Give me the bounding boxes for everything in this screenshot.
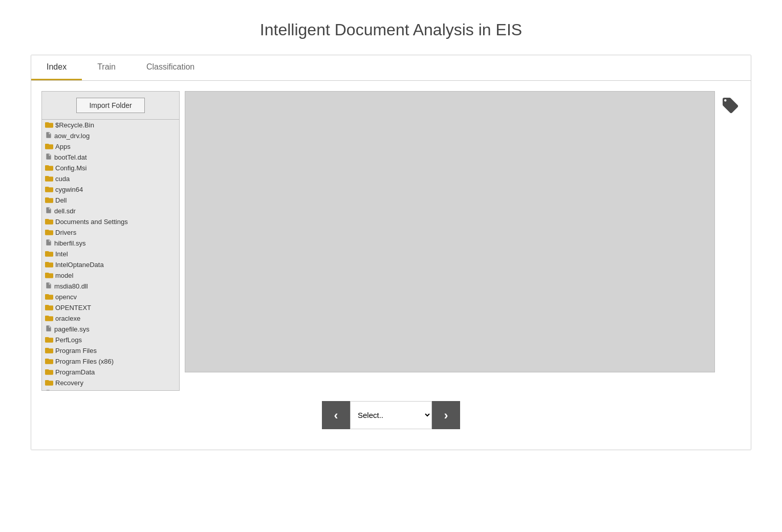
list-item[interactable]: Config.Msi <box>42 163 179 173</box>
main-container: Index Train Classification Import Folder… <box>31 55 751 450</box>
folder-icon <box>45 260 53 269</box>
list-item[interactable]: Documents and Settings <box>42 216 179 227</box>
list-item[interactable]: cygwin64 <box>42 184 179 195</box>
list-item[interactable]: Apps <box>42 141 179 152</box>
tab-bar: Index Train Classification <box>31 55 751 81</box>
file-icon <box>45 282 52 291</box>
tab-content-index: Import Folder $Recycle.Bin aow_drv.log A… <box>31 81 751 450</box>
folder-icon <box>45 196 53 205</box>
list-item[interactable]: Intel <box>42 249 179 259</box>
list-item[interactable]: ProgramData <box>42 367 179 378</box>
tab-classification[interactable]: Classification <box>131 55 210 80</box>
folder-icon <box>45 293 53 301</box>
file-name: Drivers <box>55 229 76 236</box>
tab-index[interactable]: Index <box>31 55 82 80</box>
tag-icon[interactable] <box>721 96 740 119</box>
folder-icon <box>45 314 53 323</box>
content-area: Import Folder $Recycle.Bin aow_drv.log A… <box>41 91 741 391</box>
file-name: Apps <box>55 143 71 150</box>
file-name: Dell <box>55 196 67 204</box>
file-name: opencv <box>55 293 77 301</box>
file-name: ProgramData <box>55 368 95 376</box>
folder-icon <box>45 336 53 344</box>
folder-icon <box>45 379 53 387</box>
folder-icon <box>45 303 53 312</box>
page-title: Intelligent Document Analysis in EIS <box>0 0 782 55</box>
file-icon <box>45 131 52 140</box>
list-item[interactable]: opencv <box>42 292 179 302</box>
folder-icon <box>45 357 53 366</box>
list-item[interactable]: Dell <box>42 195 179 206</box>
folder-icon <box>45 185 53 194</box>
list-item[interactable]: Drivers <box>42 227 179 238</box>
file-name: Program Files <box>55 347 97 354</box>
list-item[interactable]: IntelOptaneData <box>42 259 179 270</box>
file-name: swapfile.sys <box>54 390 90 390</box>
folder-icon <box>45 271 53 280</box>
folder-icon <box>45 368 53 376</box>
next-button[interactable]: › <box>432 401 460 429</box>
file-name: Program Files (x86) <box>55 358 114 365</box>
folder-icon <box>45 164 53 172</box>
navigation-bar: ‹ Select..Option 1Option 2 › <box>41 401 741 439</box>
list-item[interactable]: Recovery <box>42 378 179 388</box>
file-name: Config.Msi <box>55 164 86 172</box>
list-item[interactable]: msdia80.dll <box>42 281 179 292</box>
file-name: cygwin64 <box>55 186 83 193</box>
file-name: hiberfil.sys <box>54 239 85 247</box>
list-item[interactable]: OPENTEXT <box>42 302 179 313</box>
tag-panel <box>720 91 741 119</box>
list-item[interactable]: oraclexe <box>42 313 179 324</box>
list-item[interactable]: Program Files <box>42 345 179 356</box>
file-name: cuda <box>55 175 70 183</box>
file-name: bootTel.dat <box>54 153 87 161</box>
file-icon <box>45 389 52 390</box>
folder-icon <box>45 121 53 129</box>
list-item[interactable]: aow_drv.log <box>42 130 179 141</box>
file-name: Recovery <box>55 379 83 387</box>
list-item[interactable]: cuda <box>42 173 179 184</box>
file-name: oraclexe <box>55 315 80 322</box>
prev-button[interactable]: ‹ <box>322 401 350 429</box>
folder-icon <box>45 346 53 355</box>
folder-icon <box>45 142 53 151</box>
list-item[interactable]: hiberfil.sys <box>42 238 179 249</box>
list-item[interactable]: $Recycle.Bin <box>42 120 179 130</box>
folder-icon <box>45 228 53 237</box>
file-name: OPENTEXT <box>55 304 91 312</box>
prev-icon: ‹ <box>334 408 338 423</box>
list-item[interactable]: PerfLogs <box>42 335 179 345</box>
file-list-wrapper[interactable]: $Recycle.Bin aow_drv.log Apps bootTel.da… <box>42 119 179 390</box>
preview-panel <box>185 91 715 372</box>
list-item[interactable]: Program Files (x86) <box>42 356 179 367</box>
file-name: model <box>55 272 73 279</box>
file-icon <box>45 207 52 215</box>
tab-train[interactable]: Train <box>82 55 131 80</box>
file-name: msdia80.dll <box>54 282 88 290</box>
import-folder-button[interactable]: Import Folder <box>76 98 144 113</box>
file-name: pagefile.sys <box>54 325 90 333</box>
file-list: $Recycle.Bin aow_drv.log Apps bootTel.da… <box>42 120 179 390</box>
file-panel: Import Folder $Recycle.Bin aow_drv.log A… <box>41 91 180 391</box>
file-icon <box>45 239 52 248</box>
list-item[interactable]: model <box>42 270 179 281</box>
list-item[interactable]: bootTel.dat <box>42 152 179 163</box>
file-name: aow_drv.log <box>54 132 90 140</box>
file-name: Documents and Settings <box>55 218 128 226</box>
file-name: IntelOptaneData <box>55 261 104 269</box>
file-name: $Recycle.Bin <box>55 121 94 129</box>
page-select[interactable]: Select..Option 1Option 2 <box>350 401 432 429</box>
folder-icon <box>45 250 53 258</box>
file-icon <box>45 325 52 334</box>
file-name: dell.sdr <box>54 207 76 215</box>
file-icon <box>45 153 52 162</box>
next-icon: › <box>444 408 448 423</box>
list-item[interactable]: swapfile.sys <box>42 388 179 390</box>
file-name: Intel <box>55 250 68 258</box>
list-item[interactable]: pagefile.sys <box>42 324 179 335</box>
folder-icon <box>45 217 53 226</box>
folder-icon <box>45 174 53 183</box>
list-item[interactable]: dell.sdr <box>42 206 179 216</box>
file-name: PerfLogs <box>55 336 82 344</box>
